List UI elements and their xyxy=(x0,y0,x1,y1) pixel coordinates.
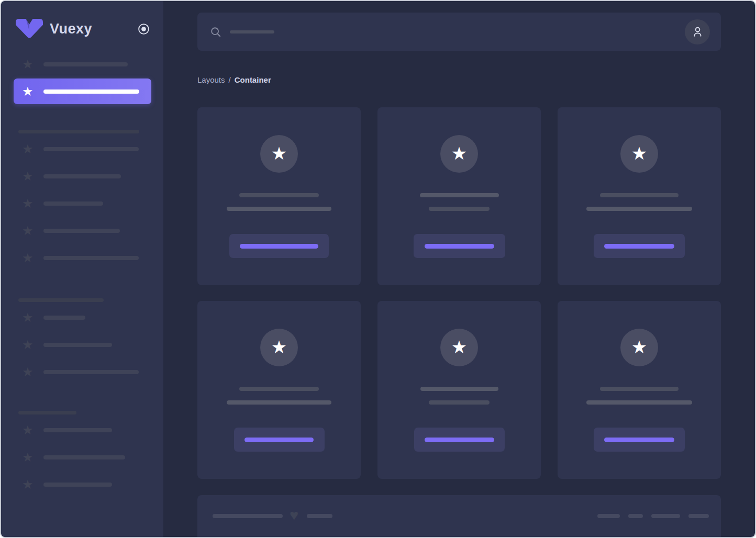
star-icon: ★ xyxy=(22,58,36,71)
text-placeholder xyxy=(227,207,331,211)
card-button[interactable] xyxy=(594,428,685,452)
sidebar-section: ★ ★ ★ xyxy=(1,298,163,384)
sidebar-item[interactable]: ★ xyxy=(1,333,163,356)
star-badge: ★ xyxy=(260,329,298,366)
sidebar-item[interactable]: ★ xyxy=(1,165,163,188)
footer-link-placeholder xyxy=(597,514,620,518)
card: ★ xyxy=(558,107,721,285)
star-icon: ★ xyxy=(22,451,36,464)
button-label-placeholder xyxy=(604,244,674,249)
sidebar-item[interactable]: ★ xyxy=(1,192,163,215)
menu-label-placeholder xyxy=(43,428,112,432)
breadcrumb-separator: / xyxy=(229,75,231,84)
card: ★ xyxy=(197,301,361,479)
card: ★ xyxy=(558,301,721,479)
brand: Vuexy xyxy=(1,1,163,39)
text-placeholder xyxy=(586,207,692,211)
sidebar-item[interactable]: ★ xyxy=(1,361,163,384)
footer-link-placeholder xyxy=(651,514,680,518)
sidebar-section: ★ ★ ★ ★ ★ xyxy=(1,130,163,270)
star-icon: ★ xyxy=(271,144,287,162)
section-header-placeholder xyxy=(18,411,76,414)
menu-pin-toggle-icon[interactable] xyxy=(138,23,150,35)
card: ★ xyxy=(197,107,361,285)
sidebar-item[interactable]: ★ xyxy=(1,246,163,270)
card-button[interactable] xyxy=(229,234,329,258)
menu-label-placeholder xyxy=(43,201,103,206)
footer: ♥ xyxy=(197,495,721,537)
button-label-placeholder xyxy=(244,438,314,442)
menu-label-placeholder xyxy=(43,343,112,347)
main-area: Layouts/Container ★ ★ xyxy=(163,1,755,537)
menu-label-placeholder xyxy=(43,483,112,487)
sidebar-item[interactable]: ★ xyxy=(1,306,163,329)
star-icon: ★ xyxy=(631,338,647,356)
text-placeholder xyxy=(429,400,490,405)
user-avatar[interactable] xyxy=(685,19,710,44)
heart-icon: ♥ xyxy=(290,508,298,523)
section-header-placeholder xyxy=(18,298,104,302)
footer-links xyxy=(597,514,709,518)
star-icon: ★ xyxy=(22,252,36,264)
sidebar-section: ★ ★ ★ xyxy=(1,411,163,496)
search-placeholder xyxy=(230,30,274,33)
star-icon: ★ xyxy=(22,143,36,155)
menu-label-placeholder xyxy=(43,174,121,178)
star-icon: ★ xyxy=(22,478,36,491)
menu-label-placeholder xyxy=(43,455,125,459)
star-icon: ★ xyxy=(451,144,467,162)
menu-label-placeholder xyxy=(43,89,139,94)
star-icon: ★ xyxy=(22,197,36,210)
menu-label-placeholder xyxy=(43,229,120,233)
text-placeholder xyxy=(239,193,319,197)
star-badge: ★ xyxy=(620,135,658,173)
star-icon: ★ xyxy=(22,170,36,183)
menu-label-placeholder xyxy=(43,316,85,320)
text-placeholder xyxy=(420,193,499,197)
text-placeholder xyxy=(239,387,319,391)
section-header-placeholder xyxy=(18,130,139,133)
brand-name: Vuexy xyxy=(50,21,92,37)
star-icon: ★ xyxy=(22,424,36,436)
sidebar-item[interactable]: ★ xyxy=(1,138,163,161)
star-icon: ★ xyxy=(271,338,287,356)
card: ★ xyxy=(377,107,541,285)
button-label-placeholder xyxy=(425,244,494,249)
card-button[interactable] xyxy=(594,234,685,258)
star-badge: ★ xyxy=(620,329,658,366)
search-icon xyxy=(210,26,221,38)
breadcrumb-section[interactable]: Layouts xyxy=(197,75,225,84)
text-placeholder xyxy=(600,193,679,197)
star-badge: ★ xyxy=(440,329,478,366)
sidebar-item[interactable]: ★ xyxy=(1,419,163,442)
sidebar-item[interactable]: ★ xyxy=(1,219,163,242)
sidebar-item[interactable]: ★ xyxy=(1,446,163,469)
star-icon: ★ xyxy=(22,311,36,324)
breadcrumb-current-page: Container xyxy=(235,75,271,84)
search-bar[interactable] xyxy=(197,13,721,51)
card-grid: ★ ★ xyxy=(197,107,721,479)
star-icon: ★ xyxy=(22,225,36,237)
user-icon xyxy=(691,25,704,38)
star-icon: ★ xyxy=(451,338,467,356)
card-button[interactable] xyxy=(414,234,505,258)
card-button[interactable] xyxy=(414,428,505,452)
sidebar-item[interactable]: ★ xyxy=(1,473,163,496)
text-placeholder xyxy=(420,387,498,391)
sidebar-item[interactable]: ★ xyxy=(1,53,163,76)
footer-link-placeholder xyxy=(628,514,643,518)
button-label-placeholder xyxy=(240,244,318,249)
sidebar-item-active[interactable]: ★ xyxy=(14,79,151,104)
card-button[interactable] xyxy=(234,428,325,452)
breadcrumb: Layouts/Container xyxy=(197,75,721,84)
footer-link-placeholder xyxy=(688,514,709,518)
menu-label-placeholder xyxy=(43,256,139,260)
text-placeholder xyxy=(227,400,331,405)
star-icon: ★ xyxy=(22,366,36,378)
button-label-placeholder xyxy=(425,438,494,442)
card: ★ xyxy=(377,301,541,479)
sidebar: Vuexy ★ ★ ★ ★ xyxy=(1,1,163,537)
footer-text-placeholder xyxy=(213,514,283,518)
star-icon: ★ xyxy=(22,339,36,351)
menu-label-placeholder xyxy=(43,147,139,151)
